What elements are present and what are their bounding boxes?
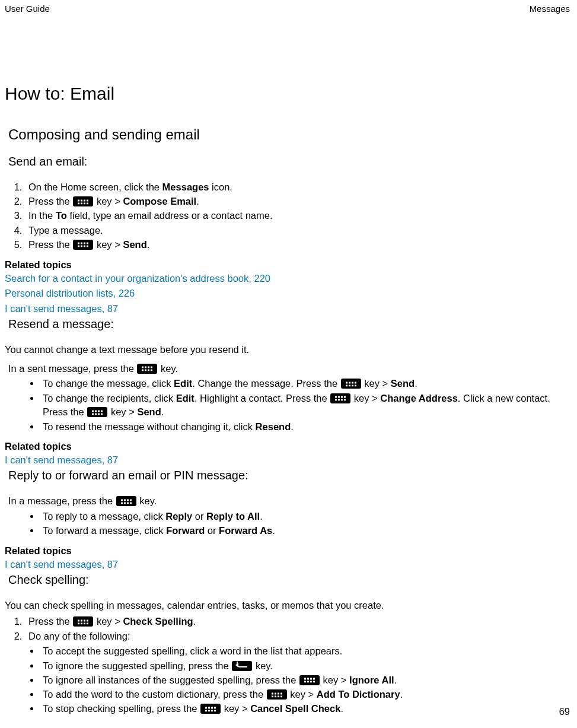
text: To reply to a message, click	[43, 511, 165, 522]
text: In a sent message, press the	[8, 363, 136, 374]
text: key.	[137, 495, 157, 506]
reply-line: In a message, press the key.	[8, 494, 570, 508]
subsection-resend: Resend a message:	[8, 317, 570, 331]
text: On the Home screen, click the	[28, 182, 162, 192]
list-item: To change the message, click Edit. Chang…	[40, 377, 570, 391]
list-item: To add the word to the custom dictionary…	[40, 688, 570, 702]
related-link[interactable]: I can't send messages, 87	[5, 454, 118, 465]
text: key >	[94, 196, 123, 206]
text: key >	[108, 406, 137, 417]
text: .	[340, 703, 343, 714]
text: To ignore all instances of the suggested…	[43, 675, 299, 685]
text: or	[205, 525, 219, 536]
resend-line: In a sent message, press the key.	[8, 362, 570, 376]
header-right: Messages	[530, 4, 570, 14]
text: .	[147, 239, 150, 250]
bold-text: Send	[391, 378, 415, 389]
related-topics-heading: Related topics	[5, 259, 570, 271]
bold-text: Forward As	[219, 525, 272, 536]
text: In a message, press the	[8, 495, 116, 506]
page-title: How to: Email	[5, 84, 570, 104]
text: or	[192, 511, 206, 522]
text: .	[260, 511, 263, 522]
spelling-intro: You can check spelling in messages, cale…	[5, 599, 570, 613]
text: To ignore the suggested spelling, press …	[43, 660, 231, 671]
text: key >	[351, 393, 380, 403]
menu-key-icon	[299, 675, 320, 685]
escape-key-icon	[232, 661, 252, 671]
menu-key-icon	[116, 496, 136, 506]
bold-text: Send	[123, 239, 146, 250]
text: . Highlight a contact. Press the	[195, 393, 330, 403]
menu-key-icon	[73, 616, 93, 627]
list-item: To accept the suggested spelling, click …	[40, 644, 570, 659]
text: To forward a message, click	[43, 525, 166, 536]
subsection-send-email: Send an email:	[8, 155, 570, 169]
list-item: In the To field, type an email address o…	[25, 209, 570, 223]
text: .	[291, 421, 294, 432]
bold-text: Change Address	[380, 393, 458, 403]
text: key >	[94, 616, 123, 627]
text: Press the	[28, 196, 72, 206]
related-link[interactable]: I can't send messages, 87	[5, 559, 118, 570]
bold-text: Compose Email	[123, 196, 196, 206]
section-heading-composing: Composing and sending email	[8, 126, 570, 143]
send-email-steps: On the Home screen, click the Messages i…	[5, 180, 570, 252]
text: .	[272, 525, 275, 536]
related-link[interactable]: Personal distribution lists, 226	[5, 288, 135, 298]
list-item: To reply to a message, click Reply or Re…	[40, 510, 570, 524]
bold-text: Forward	[166, 525, 205, 536]
bold-text: Send	[137, 406, 161, 417]
resend-intro: You cannot change a text message before …	[5, 343, 570, 357]
bold-text: Messages	[162, 182, 209, 192]
bold-text: Reply	[165, 511, 192, 522]
text: To resend the message without changing i…	[43, 421, 256, 432]
bold-text: Edit	[174, 378, 192, 389]
spelling-bullets: To accept the suggested spelling, click …	[5, 644, 570, 716]
list-item: Press the key > Check Spelling.	[25, 615, 570, 629]
text: In the	[28, 210, 56, 221]
text: .	[415, 378, 417, 389]
text: key.	[158, 363, 178, 374]
text: key >	[288, 689, 317, 700]
text: key.	[253, 660, 273, 671]
subsection-spelling: Check spelling:	[8, 573, 570, 587]
bold-text: Reply to All	[206, 511, 260, 522]
text: key >	[94, 239, 123, 250]
list-item: To forward a message, click Forward or F…	[40, 524, 570, 538]
text: icon.	[209, 182, 232, 192]
menu-key-icon	[73, 196, 93, 206]
bold-text: Ignore All	[349, 675, 394, 685]
related-link[interactable]: Search for a contact in your organizatio…	[5, 273, 270, 284]
page-number: 69	[559, 706, 570, 717]
menu-key-icon	[73, 240, 93, 250]
text: To change the message, click	[43, 378, 174, 389]
bold-text: Add To Dictionary	[317, 689, 400, 700]
text: key >	[362, 378, 391, 389]
menu-key-icon	[200, 704, 221, 714]
list-item: To ignore the suggested spelling, press …	[40, 659, 570, 673]
text: .	[193, 616, 196, 627]
text: Press the	[28, 616, 72, 627]
related-link[interactable]: I can't send messages, 87	[5, 303, 118, 314]
text: key >	[221, 703, 250, 714]
text: field, type an email address or a contac…	[67, 210, 273, 221]
related-topics-heading: Related topics	[5, 441, 570, 452]
text: . Change the message. Press the	[192, 378, 340, 389]
text: Press the	[28, 239, 72, 250]
text: To stop checking spelling, press the	[43, 703, 200, 714]
bold-text: Check Spelling	[123, 616, 193, 627]
related-topics-heading: Related topics	[5, 545, 570, 557]
header-left: User Guide	[5, 4, 50, 14]
list-item: Type a message.	[25, 224, 570, 238]
list-item: Do any of the following:	[25, 630, 570, 644]
list-item: Press the key > Send.	[25, 238, 570, 252]
list-item: Press the key > Compose Email.	[25, 195, 570, 209]
list-item: To stop checking spelling, press the key…	[40, 702, 570, 716]
menu-key-icon	[341, 379, 361, 389]
subsection-reply: Reply to or forward an email or PIN mess…	[8, 469, 570, 482]
list-item: On the Home screen, click the Messages i…	[25, 180, 570, 195]
text: .	[196, 196, 199, 206]
text: To change the recipients, click	[43, 393, 176, 403]
resend-bullets: To change the message, click Edit. Chang…	[5, 377, 570, 434]
